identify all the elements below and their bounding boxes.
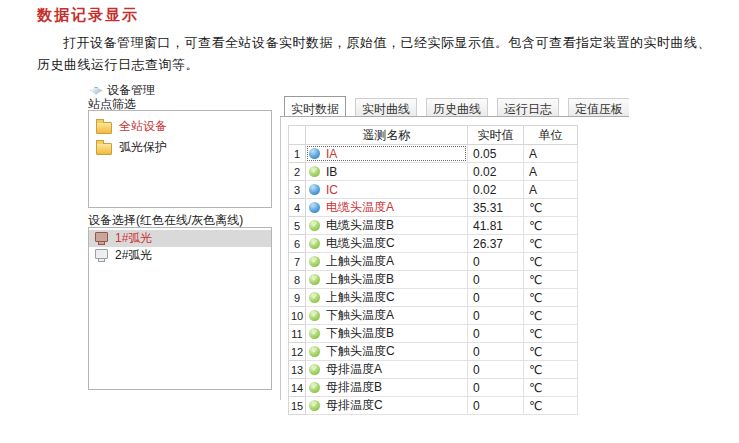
- table-row[interactable]: 11 下触头温度B 0 ℃: [289, 325, 578, 343]
- status-ball-green-icon: [309, 238, 320, 249]
- table-row[interactable]: 8 上触头温度B 0 ℃: [289, 271, 578, 289]
- table-row[interactable]: 6 电缆头温度C 26.37 ℃: [289, 235, 578, 253]
- header-value[interactable]: 实时值: [468, 126, 524, 145]
- table-row[interactable]: 3 IC 0.02 A: [289, 181, 578, 199]
- cell-name[interactable]: 下触头温度C: [306, 343, 468, 361]
- status-ball-green-icon: [309, 220, 320, 231]
- tab-setting-plate[interactable]: 定值压板: [568, 98, 629, 116]
- header-name[interactable]: 遥测名称: [306, 126, 468, 145]
- status-ball-green-icon: [309, 346, 320, 357]
- cell-name[interactable]: 电缆头温度C: [306, 235, 468, 253]
- row-number: 12: [289, 343, 306, 361]
- table-row[interactable]: 2 IB 0.02 A: [289, 163, 578, 181]
- status-ball-green-icon: [309, 292, 320, 303]
- row-number: 13: [289, 361, 306, 379]
- status-ball-green-icon: [309, 382, 320, 393]
- cell-name[interactable]: 下触头温度A: [306, 307, 468, 325]
- status-ball-green-icon: [309, 256, 320, 267]
- row-number: 5: [289, 217, 306, 235]
- cell-name[interactable]: IB: [306, 163, 468, 181]
- cell-value: 26.37: [468, 235, 524, 253]
- cell-name[interactable]: IC: [306, 181, 468, 199]
- cell-value: 0: [468, 289, 524, 307]
- table-row[interactable]: 5 电缆头温度B 41.81 ℃: [289, 217, 578, 235]
- cell-value: 0.02: [468, 181, 524, 199]
- cell-name[interactable]: 电缆头温度A: [306, 199, 468, 217]
- header-corner: [289, 126, 306, 145]
- cell-unit: ℃: [524, 397, 578, 415]
- cell-name[interactable]: 电缆头温度B: [306, 217, 468, 235]
- tab-run-log[interactable]: 运行日志: [497, 98, 559, 116]
- telemetry-name: IA: [326, 147, 337, 161]
- cell-value: 0: [468, 307, 524, 325]
- table-row[interactable]: 1 IA 0.05 A: [289, 145, 578, 163]
- folder-icon: [96, 122, 112, 134]
- cell-name[interactable]: 上触头温度B: [306, 271, 468, 289]
- cell-name[interactable]: 上触头温度C: [306, 289, 468, 307]
- table-row[interactable]: 9 上触头温度C 0 ℃: [289, 289, 578, 307]
- cell-unit: A: [524, 145, 578, 163]
- folder-icon: [96, 143, 112, 155]
- monitor-offline-icon: [95, 249, 108, 259]
- device-item-label: 2#弧光: [115, 247, 152, 264]
- telemetry-name: 上触头温度B: [326, 271, 394, 288]
- telemetry-name: IB: [326, 165, 337, 179]
- table-row[interactable]: 14 母排温度B 0 ℃: [289, 379, 578, 397]
- cell-name[interactable]: IA: [306, 145, 468, 163]
- tab-realtime-data[interactable]: 实时数据: [284, 96, 346, 117]
- cell-value: 41.81: [468, 217, 524, 235]
- cell-value: 0: [468, 379, 524, 397]
- cell-unit: ℃: [524, 235, 578, 253]
- tree-item-label: 全站设备: [119, 118, 167, 135]
- row-number: 15: [289, 397, 306, 415]
- cell-value: 0: [468, 361, 524, 379]
- table-row[interactable]: 13 母排温度A 0 ℃: [289, 361, 578, 379]
- cell-name[interactable]: 母排温度B: [306, 379, 468, 397]
- tree-item-label: 弧光保护: [119, 139, 167, 156]
- telemetry-table: 遥测名称 实时值 单位 1 IA 0.05 A 2 IB 0.02 A 3 IC…: [288, 125, 578, 415]
- cell-value: 0: [468, 397, 524, 415]
- panel-divider: [280, 117, 281, 400]
- device-select-list: 1#弧光 2#弧光: [88, 227, 272, 390]
- status-ball-green-icon: [309, 364, 320, 375]
- tab-bar: 实时数据 实时曲线 历史曲线 运行日志 定值压板 故障录波 保: [280, 96, 629, 117]
- table-header-row: 遥测名称 实时值 单位: [289, 126, 578, 145]
- row-number: 6: [289, 235, 306, 253]
- row-number: 8: [289, 271, 306, 289]
- cell-unit: ℃: [524, 253, 578, 271]
- table-row[interactable]: 7 上触头温度A 0 ℃: [289, 253, 578, 271]
- cell-value: 0.05: [468, 145, 524, 163]
- cell-value: 0: [468, 253, 524, 271]
- cell-value: 0.02: [468, 163, 524, 181]
- table-row[interactable]: 4 电缆头温度A 35.31 ℃: [289, 199, 578, 217]
- table-row[interactable]: 10 下触头温度A 0 ℃: [289, 307, 578, 325]
- tree-item-arc-protection[interactable]: 弧光保护: [89, 137, 271, 158]
- device-item-2-arc[interactable]: 2#弧光: [89, 247, 271, 264]
- tab-realtime-curve[interactable]: 实时曲线: [355, 98, 417, 116]
- device-manager-icon: [90, 87, 102, 95]
- status-ball-blue-icon: [309, 184, 320, 195]
- cell-value: 0: [468, 271, 524, 289]
- header-unit[interactable]: 单位: [524, 126, 578, 145]
- cell-name[interactable]: 母排温度C: [306, 397, 468, 415]
- cell-name[interactable]: 母排温度A: [306, 361, 468, 379]
- cell-name[interactable]: 下触头温度B: [306, 325, 468, 343]
- cell-unit: ℃: [524, 361, 578, 379]
- cell-value: 0: [468, 343, 524, 361]
- telemetry-name: IC: [326, 183, 338, 197]
- cell-name[interactable]: 上触头温度A: [306, 253, 468, 271]
- cell-value: 0: [468, 325, 524, 343]
- cell-unit: ℃: [524, 217, 578, 235]
- tab-history-curve[interactable]: 历史曲线: [426, 98, 488, 116]
- cell-value: 35.31: [468, 199, 524, 217]
- page-title: 数据记录显示: [37, 6, 139, 25]
- telemetry-name: 母排温度B: [326, 379, 382, 396]
- cell-unit: ℃: [524, 199, 578, 217]
- status-ball-blue-icon: [309, 202, 320, 213]
- table-row[interactable]: 12 下触头温度C 0 ℃: [289, 343, 578, 361]
- tree-item-all-station-devices[interactable]: 全站设备: [89, 116, 271, 137]
- row-number: 14: [289, 379, 306, 397]
- table-row[interactable]: 15 母排温度C 0 ℃: [289, 397, 578, 415]
- site-filter-list: 全站设备 弧光保护: [88, 110, 272, 208]
- device-item-1-arc[interactable]: 1#弧光: [89, 230, 271, 247]
